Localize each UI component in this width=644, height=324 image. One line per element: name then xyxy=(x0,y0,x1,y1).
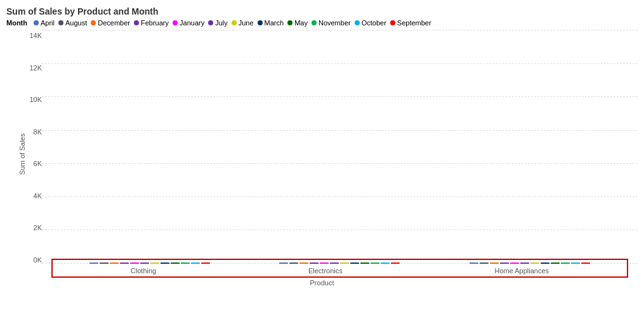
y-axis-title: Sum of Sales xyxy=(18,133,26,174)
legend-dot xyxy=(58,20,63,25)
legend-dot xyxy=(390,20,395,25)
x-axis-title: Product xyxy=(6,279,638,287)
bars-container xyxy=(42,30,638,264)
y-axis-label: 2K xyxy=(34,224,42,231)
legend-dot xyxy=(208,20,213,25)
legend-label: August xyxy=(65,19,87,27)
legend-item-june: June xyxy=(232,19,254,27)
y-axis-title-container: Sum of Sales xyxy=(6,30,18,278)
legend-dot xyxy=(173,20,178,25)
legend-item-november: November xyxy=(312,19,351,27)
legend-dot xyxy=(91,20,96,25)
y-axis-label: 10K xyxy=(29,96,42,103)
legend-item-july: July xyxy=(208,19,228,27)
y-axis-label: 4K xyxy=(34,192,42,200)
legend-label: September xyxy=(397,19,431,27)
legend-label: June xyxy=(239,19,254,27)
chart-title: Sum of Sales by Product and Month xyxy=(6,6,638,16)
y-axis-label: 12K xyxy=(29,64,42,72)
legend-item-august: August xyxy=(58,19,87,27)
x-axis-label: Electronics xyxy=(308,267,343,275)
y-axis-label: 0K xyxy=(34,256,42,264)
y-axis-label: 14K xyxy=(29,32,42,39)
legend: Month AprilAugustDecemberFebruaryJanuary… xyxy=(6,19,638,27)
legend-label: November xyxy=(319,19,351,27)
legend-item-september: September xyxy=(390,19,431,27)
legend-item-january: January xyxy=(173,19,204,27)
legend-dot xyxy=(134,20,139,25)
chart-container: Sum of Sales by Product and Month Month … xyxy=(0,0,644,324)
legend-label: January xyxy=(180,19,204,27)
legend-item-october: October xyxy=(355,19,386,27)
legend-label: April xyxy=(41,19,55,27)
legend-label: December xyxy=(98,19,130,27)
x-axis-label: Home Appliances xyxy=(494,267,549,275)
legend-label: July xyxy=(215,19,228,27)
y-axis-label: 6K xyxy=(34,160,42,167)
legend-dot xyxy=(34,20,39,25)
legend-dot xyxy=(287,20,292,25)
legend-label: October xyxy=(362,19,386,27)
y-axis-label: 8K xyxy=(34,128,42,136)
plot-area: ClothingElectronicsHome Appliances xyxy=(42,30,638,278)
legend-label: February xyxy=(141,19,169,27)
legend-prefix: Month xyxy=(6,19,27,27)
legend-item-february: February xyxy=(134,19,169,27)
legend-item-may: May xyxy=(287,19,308,27)
legend-item-march: March xyxy=(258,19,284,27)
legend-dot xyxy=(355,20,360,25)
x-axis-label: Clothing xyxy=(131,267,156,275)
legend-item-december: December xyxy=(91,19,130,27)
legend-dot xyxy=(232,20,237,25)
legend-label: March xyxy=(265,19,284,27)
legend-label: May xyxy=(294,19,308,27)
legend-dot xyxy=(258,20,263,25)
legend-dot xyxy=(312,20,317,25)
legend-item-april: April xyxy=(34,19,55,27)
x-labels: ClothingElectronicsHome Appliances xyxy=(42,264,638,278)
